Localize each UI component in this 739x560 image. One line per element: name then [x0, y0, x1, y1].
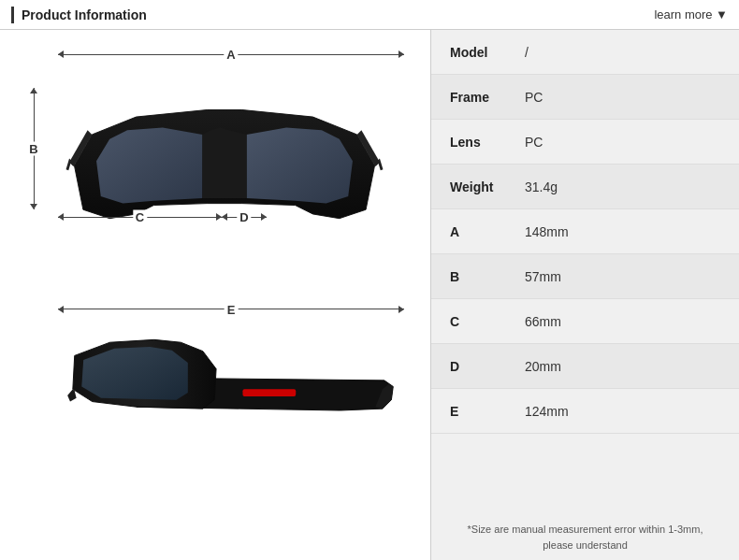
spec-note: *Size are manual measurement error withi…: [431, 514, 739, 560]
glasses-front-svg: [65, 77, 384, 254]
spec-row: Model /: [431, 30, 739, 75]
spec-value: PC: [525, 90, 543, 105]
spec-key: Weight: [450, 179, 525, 194]
main-content: A B: [0, 30, 739, 560]
dimension-e-label: E: [225, 302, 239, 316]
spec-key: A: [450, 224, 525, 239]
header-title-area: Product Information: [11, 7, 147, 23]
front-view-image: A B: [19, 39, 412, 292]
spec-row: E 124mm: [431, 389, 739, 434]
spec-value: /: [525, 45, 529, 60]
header: Product Information learn more ▼: [0, 0, 739, 30]
spec-key: B: [450, 269, 525, 284]
header-bar: [11, 7, 14, 23]
spec-value: 148mm: [525, 224, 569, 239]
spec-key: D: [450, 359, 525, 374]
spec-row: D 20mm: [431, 344, 739, 389]
dimension-b-arrow: B: [26, 88, 41, 209]
spec-key: Frame: [450, 90, 525, 105]
spec-table: Model / Frame PC Lens PC Weight 31.4g A …: [431, 30, 739, 514]
svg-rect-0: [242, 389, 296, 396]
learn-more-button[interactable]: learn more ▼: [654, 7, 728, 22]
spec-key: Lens: [450, 135, 525, 150]
spec-value: 31.4g: [525, 179, 558, 194]
spec-value: 57mm: [525, 269, 561, 284]
spec-key: E: [450, 404, 525, 419]
spec-row: Weight 31.4g: [431, 165, 739, 209]
side-view-image: E: [19, 301, 412, 507]
dimension-c-arrow: C: [58, 209, 222, 224]
dimension-d-arrow: D: [222, 209, 267, 224]
spec-key: Model: [450, 45, 525, 60]
dimension-a-arrow: A: [58, 47, 404, 62]
glasses-side-svg: [56, 329, 412, 493]
spec-row: C 66mm: [431, 299, 739, 344]
spec-value: 20mm: [525, 359, 561, 374]
spec-value: 124mm: [525, 404, 569, 419]
dimension-d-label: D: [237, 210, 251, 224]
spec-value: PC: [525, 135, 543, 150]
spec-row: Lens PC: [431, 120, 739, 165]
dimension-c-label: C: [133, 210, 147, 224]
spec-row: Frame PC: [431, 75, 739, 120]
spec-row: A 148mm: [431, 209, 739, 254]
page-title: Product Information: [22, 7, 147, 22]
spec-row: B 57mm: [431, 254, 739, 299]
left-panel: A B: [0, 30, 430, 560]
dimension-e-arrow: E: [58, 309, 404, 323]
spec-value: 66mm: [525, 314, 561, 329]
right-panel: Model / Frame PC Lens PC Weight 31.4g A …: [430, 30, 739, 560]
dimension-b-label: B: [26, 142, 40, 156]
dimension-a-label: A: [224, 48, 238, 62]
spec-key: C: [450, 314, 525, 329]
